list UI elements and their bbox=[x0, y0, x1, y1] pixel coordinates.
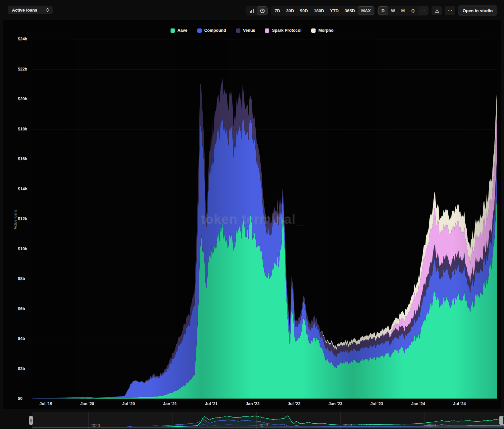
minimap-right-handle[interactable] bbox=[499, 416, 503, 425]
more-icon: ⋯ bbox=[447, 8, 453, 14]
x-axis-tick: Jul '20 bbox=[122, 402, 135, 406]
top-toolbar: Active loans bbox=[0, 0, 504, 20]
download-icon bbox=[434, 8, 439, 13]
x-axis-tick: Jan '23 bbox=[328, 402, 342, 406]
x-axis-tick: Jan '22 bbox=[246, 402, 260, 406]
legend-item-morpho[interactable]: Morpho bbox=[311, 28, 333, 33]
y-axis-tick: $16b bbox=[18, 157, 27, 161]
range-button-180d[interactable]: 180D bbox=[311, 6, 327, 15]
y-axis-tick: $20b bbox=[18, 97, 27, 101]
time-series-view-button[interactable] bbox=[257, 6, 268, 15]
minimap[interactable]: 20202021202220232024 bbox=[32, 412, 504, 429]
y-axis-tick: $8b bbox=[18, 276, 25, 281]
range-button-ytd[interactable]: YTD bbox=[327, 6, 342, 15]
legend-label: Venus bbox=[243, 28, 255, 33]
range-button-90d[interactable]: 90D bbox=[297, 6, 311, 15]
chart-toolbar: 7D30D90D180DYTD365DMAX DWMQ⋯ ⋯ Open in s… bbox=[246, 5, 497, 16]
bar-chart-view-button[interactable] bbox=[246, 6, 257, 15]
y-axis-tick: $22b bbox=[18, 67, 27, 72]
granularity-button-m[interactable]: M bbox=[398, 6, 408, 15]
stacked-area-chart[interactable] bbox=[32, 39, 497, 399]
minimap-left-handle[interactable] bbox=[29, 416, 33, 425]
y-axis-tick: $10b bbox=[18, 247, 27, 251]
h-gridline bbox=[32, 399, 497, 399]
x-axis-tick: Jul '24 bbox=[453, 402, 466, 406]
x-axis-tick: Jan '21 bbox=[163, 402, 177, 406]
x-axis-tick: Jan '24 bbox=[411, 402, 425, 406]
bar-chart-icon bbox=[249, 9, 254, 13]
legend-item-venus[interactable]: Venus bbox=[236, 28, 255, 33]
y-axis-tick: $14b bbox=[18, 187, 27, 191]
legend-label: Morpho bbox=[318, 28, 333, 33]
y-axis-tick: $0 bbox=[18, 396, 23, 401]
x-axis-tick: Jul '19 bbox=[39, 402, 52, 406]
y-axis-title: Active loans bbox=[13, 210, 17, 229]
legend-label: Aave bbox=[177, 28, 187, 33]
granularity-more-button[interactable]: ⋯ bbox=[418, 6, 428, 15]
x-axis-tick: Jul '21 bbox=[205, 402, 218, 406]
range-button-30d[interactable]: 30D bbox=[283, 6, 297, 15]
metric-dropdown-label: Active loans bbox=[12, 8, 37, 13]
minimap-fill-aave bbox=[32, 415, 504, 428]
view-toggle-group bbox=[246, 6, 268, 16]
more-options-button[interactable]: ⋯ bbox=[445, 6, 455, 15]
chart-legend: AaveCompoundVenusSpark ProtocolMorpho bbox=[3, 28, 501, 33]
legend-swatch bbox=[311, 28, 316, 33]
x-axis-tick: Jan '20 bbox=[80, 402, 94, 406]
granularity-group: DWMQ⋯ bbox=[378, 6, 429, 16]
y-axis-tick: $18b bbox=[18, 127, 27, 131]
chart-panel: AaveCompoundVenusSpark ProtocolMorpho $0… bbox=[3, 20, 501, 409]
granularity-button-w[interactable]: W bbox=[388, 6, 398, 15]
range-button-365d[interactable]: 365D bbox=[342, 6, 358, 15]
y-axis-tick: $4b bbox=[18, 336, 25, 341]
granularity-button-q[interactable]: Q bbox=[408, 6, 418, 15]
x-axis-tick: Jul '22 bbox=[288, 402, 300, 406]
chevron-up-down-icon bbox=[46, 8, 49, 12]
x-axis-tick: Jul '23 bbox=[371, 402, 383, 406]
legend-swatch bbox=[171, 28, 175, 33]
y-axis-tick: $6b bbox=[18, 307, 25, 311]
range-button-7d[interactable]: 7D bbox=[272, 6, 283, 15]
y-axis-tick: $24b bbox=[18, 37, 27, 41]
legend-item-spark-protocol[interactable]: Spark Protocol bbox=[265, 28, 301, 33]
date-range-group: 7D30D90D180DYTD365DMAX bbox=[271, 6, 375, 16]
metric-dropdown[interactable]: Active loans bbox=[8, 6, 53, 14]
clock-icon bbox=[260, 8, 265, 13]
y-axis-tick: $2b bbox=[18, 366, 25, 371]
legend-swatch bbox=[265, 28, 269, 33]
page-background: Active loans bbox=[0, 0, 504, 429]
y-axis-tick: $12b bbox=[18, 216, 27, 221]
legend-item-compound[interactable]: Compound bbox=[197, 28, 226, 33]
open-in-studio-label: Open in studio bbox=[463, 8, 493, 13]
legend-item-aave[interactable]: Aave bbox=[171, 28, 187, 33]
legend-label: Spark Protocol bbox=[272, 28, 301, 33]
legend-swatch bbox=[197, 28, 202, 33]
download-button[interactable] bbox=[431, 6, 442, 15]
range-button-max[interactable]: MAX bbox=[358, 6, 374, 15]
open-in-studio-button[interactable]: Open in studio bbox=[458, 5, 497, 16]
minimap-chart bbox=[32, 413, 504, 428]
granularity-button-d[interactable]: D bbox=[378, 6, 388, 15]
legend-swatch bbox=[236, 28, 240, 33]
legend-label: Compound bbox=[204, 28, 226, 33]
